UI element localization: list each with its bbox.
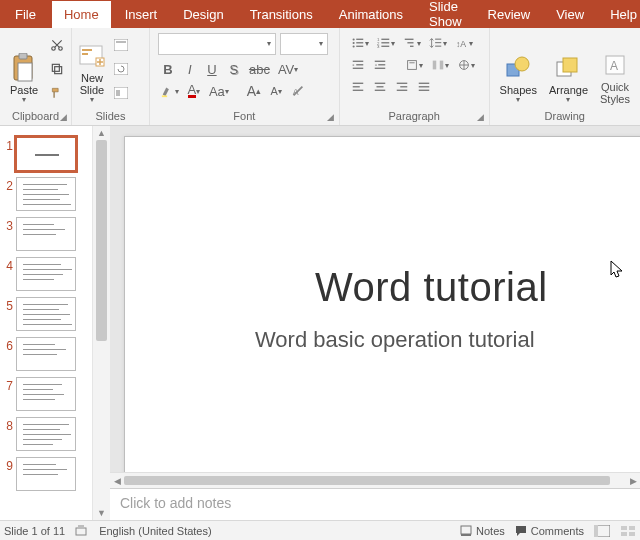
svg-rect-56 — [418, 83, 429, 84]
list-level-button[interactable]: ▾ — [400, 33, 424, 53]
font-launcher[interactable]: ◢ — [325, 111, 337, 123]
tab-review[interactable]: Review — [475, 0, 544, 28]
copy-button[interactable] — [47, 59, 67, 79]
slide-title[interactable]: Word tutorial — [315, 265, 548, 310]
paste-button[interactable]: Paste ▾ — [4, 31, 44, 107]
svg-rect-44 — [432, 61, 436, 70]
svg-point-60 — [515, 57, 529, 71]
scroll-thumb[interactable] — [124, 476, 610, 485]
tab-home[interactable]: Home — [51, 0, 112, 28]
tab-design[interactable]: Design — [170, 0, 236, 28]
svg-rect-24 — [381, 39, 389, 40]
view-normal-button[interactable] — [594, 525, 610, 537]
chevron-down-icon: ▾ — [566, 96, 570, 105]
italic-button[interactable]: I — [180, 59, 200, 79]
underline-button[interactable]: U — [202, 59, 222, 79]
strikethrough-button[interactable]: abc — [246, 59, 273, 79]
bullets-button[interactable]: ▾ — [348, 33, 372, 53]
increase-indent-button[interactable] — [370, 55, 390, 75]
view-sorter-button[interactable] — [620, 525, 636, 537]
svg-rect-55 — [396, 90, 407, 91]
thumbnail-7[interactable]: 7 — [0, 374, 92, 414]
svg-rect-11 — [116, 41, 126, 43]
clipboard-launcher[interactable]: ◢ — [57, 111, 69, 123]
scroll-left-icon[interactable]: ◀ — [110, 473, 124, 488]
quick-styles-button[interactable]: A Quick Styles — [594, 31, 636, 107]
paragraph-launcher[interactable]: ◢ — [475, 111, 487, 123]
tab-help[interactable]: Help — [597, 0, 640, 28]
group-clipboard: Paste ▾ Clipboard ◢ — [0, 28, 72, 125]
clear-format-button[interactable]: A — [288, 81, 308, 101]
tab-insert[interactable]: Insert — [112, 0, 171, 28]
cut-button[interactable] — [47, 35, 67, 55]
section-button[interactable] — [111, 83, 131, 103]
grow-font-button[interactable]: A▴ — [244, 81, 264, 101]
scroll-thumb[interactable] — [96, 140, 107, 341]
tab-file[interactable]: File — [0, 0, 51, 28]
align-left-button[interactable] — [348, 77, 368, 97]
highlight-button[interactable]: ▾ — [158, 81, 182, 101]
thumb-preview — [16, 137, 76, 171]
thumbnail-4[interactable]: 4 — [0, 254, 92, 294]
slide-subtitle[interactable]: Word basic operation tutorial — [255, 327, 535, 353]
align-text-button[interactable]: ▾ — [402, 55, 426, 75]
thumbnail-1[interactable]: 1 — [0, 134, 92, 174]
new-slide-button[interactable]: New Slide ▾ — [76, 31, 108, 107]
font-name-combo[interactable]: ▾ — [158, 33, 276, 55]
columns-button[interactable]: ▾ — [428, 55, 452, 75]
canvas-hscrollbar[interactable]: ◀ ▶ — [110, 472, 640, 488]
thumbnail-2[interactable]: 2 — [0, 174, 92, 214]
align-center-button[interactable] — [370, 77, 390, 97]
smartart-button[interactable]: ▾ — [454, 55, 478, 75]
tab-animations[interactable]: Animations — [326, 0, 416, 28]
notes-pane[interactable]: Click to add notes — [110, 488, 640, 520]
thumbnail-6[interactable]: 6 — [0, 334, 92, 374]
paste-icon — [10, 54, 38, 82]
decrease-indent-button[interactable] — [348, 55, 368, 75]
char-spacing-button[interactable]: AV▾ — [275, 59, 301, 79]
shrink-font-button[interactable]: A▾ — [266, 81, 286, 101]
arrange-button[interactable]: Arrange ▾ — [543, 31, 594, 107]
tab-slideshow[interactable]: Slide Show — [416, 0, 475, 28]
chevron-down-icon: ▾ — [516, 96, 520, 105]
tab-view[interactable]: View — [543, 0, 597, 28]
slide-layout-button[interactable] — [111, 35, 131, 55]
scroll-down-icon[interactable]: ▼ — [93, 506, 110, 520]
svg-rect-57 — [418, 86, 429, 87]
svg-rect-26 — [381, 42, 389, 43]
thumb-preview — [16, 177, 76, 211]
shapes-button[interactable]: Shapes ▾ — [494, 31, 543, 107]
font-size-combo[interactable]: ▾ — [280, 33, 328, 55]
svg-text:A: A — [610, 59, 618, 73]
svg-rect-15 — [162, 95, 167, 97]
slide[interactable]: Word tutorial Word basic operation tutor… — [124, 136, 640, 472]
bold-button[interactable]: B — [158, 59, 178, 79]
spellcheck-icon[interactable] — [75, 524, 89, 538]
comments-toggle[interactable]: Comments — [515, 525, 584, 537]
thumbnail-5[interactable]: 5 — [0, 294, 92, 334]
thumb-scrollbar[interactable]: ▲ ▼ — [92, 126, 110, 520]
svg-point-21 — [352, 45, 354, 47]
reset-slide-button[interactable] — [111, 59, 131, 79]
thumb-number: 3 — [2, 217, 16, 233]
format-painter-button[interactable] — [47, 83, 67, 103]
line-spacing-button[interactable]: ▾ — [426, 33, 450, 53]
font-color-button[interactable]: A▾ — [184, 81, 204, 101]
status-language[interactable]: English (United States) — [99, 525, 212, 537]
notes-toggle[interactable]: Notes — [460, 525, 505, 537]
tab-transitions[interactable]: Transitions — [237, 0, 326, 28]
thumbnail-9[interactable]: 9 — [0, 454, 92, 494]
thumbnail-8[interactable]: 8 — [0, 414, 92, 454]
workspace: 123456789 ▲ ▼ Word tutorial Word basic o… — [0, 126, 640, 520]
scroll-right-icon[interactable]: ▶ — [626, 473, 640, 488]
thumbnail-3[interactable]: 3 — [0, 214, 92, 254]
justify-button[interactable] — [414, 77, 434, 97]
shadow-button[interactable]: S — [224, 59, 244, 79]
svg-rect-62 — [563, 58, 577, 72]
align-right-button[interactable] — [392, 77, 412, 97]
status-slide-number[interactable]: Slide 1 of 11 — [4, 525, 65, 537]
text-direction-button[interactable]: ↕A▾ — [452, 33, 476, 53]
change-case-button[interactable]: Aa▾ — [206, 81, 232, 101]
scroll-up-icon[interactable]: ▲ — [93, 126, 110, 140]
numbering-button[interactable]: 123▾ — [374, 33, 398, 53]
